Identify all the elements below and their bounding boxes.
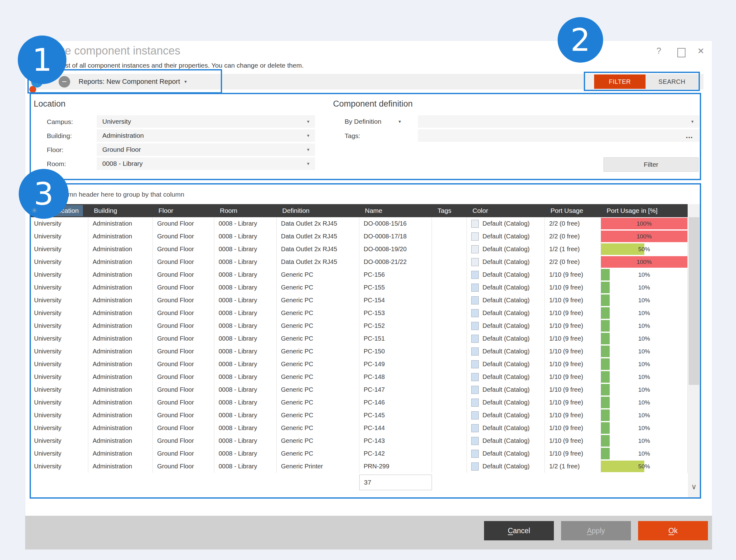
tab-search[interactable]: SEARCH	[646, 74, 698, 89]
cell-room: 0008 - Library	[214, 345, 276, 358]
cell-building: Administration	[88, 383, 153, 396]
cell-location: University	[30, 294, 88, 307]
color-swatch[interactable]	[471, 360, 479, 368]
cell-floor: Ground Floor	[153, 383, 214, 396]
cell-port_usage: 2/2 (0 free)	[545, 217, 601, 230]
ok-button[interactable]: Ok	[638, 521, 708, 540]
table-row[interactable]: UniversityAdministrationGround Floor0008…	[30, 268, 688, 281]
filter-button[interactable]: Filter	[604, 157, 699, 172]
table-row[interactable]: UniversityAdministrationGround Floor0008…	[30, 332, 688, 345]
chevron-down-icon: ▾	[184, 79, 187, 84]
color-swatch[interactable]	[471, 462, 479, 471]
table-row[interactable]: UniversityAdministrationGround Floor0008…	[30, 217, 688, 230]
cell-tags	[432, 422, 467, 434]
apply-button[interactable]: Apply	[561, 521, 631, 540]
table-row[interactable]: UniversityAdministrationGround Floor0008…	[30, 256, 688, 268]
color-swatch[interactable]	[471, 284, 479, 292]
cell-location: University	[30, 434, 88, 447]
column-header-tags[interactable]: Tags	[432, 204, 467, 217]
port-usage-percent-label: 10%	[601, 358, 687, 371]
tags-field[interactable]: …	[418, 129, 699, 142]
cell-building: Administration	[88, 396, 153, 409]
tab-filter[interactable]: FILTER	[594, 74, 646, 89]
table-row[interactable]: UniversityAdministrationGround Floor0008…	[30, 434, 688, 447]
cell-percent: 10%	[601, 319, 688, 332]
cell-definition: Generic Printer	[276, 460, 359, 473]
column-header-color[interactable]: Color	[467, 204, 545, 217]
cell-name: PC-147	[359, 383, 432, 396]
cell-tags	[432, 307, 467, 319]
color-swatch[interactable]	[471, 399, 479, 407]
port-usage-percent-label: 10%	[601, 396, 687, 409]
cell-tags	[432, 345, 467, 358]
cell-name: PC-142	[359, 447, 432, 460]
table-row[interactable]: UniversityAdministrationGround Floor0008…	[30, 358, 688, 371]
table-row[interactable]: UniversityAdministrationGround Floor0008…	[30, 319, 688, 332]
help-icon[interactable]: ?	[657, 46, 661, 56]
cell-percent: 10%	[601, 434, 688, 447]
column-header-percent[interactable]: Port Usage in [%]	[601, 204, 688, 217]
table-row[interactable]: UniversityAdministrationGround Floor0008…	[30, 409, 688, 422]
color-swatch[interactable]	[471, 373, 479, 381]
table-row[interactable]: UniversityAdministrationGround Floor0008…	[30, 294, 688, 307]
color-swatch[interactable]	[471, 386, 479, 394]
column-header-floor[interactable]: Floor	[153, 204, 214, 217]
cell-tags	[432, 281, 467, 294]
table-row[interactable]: UniversityAdministrationGround Floor0008…	[30, 383, 688, 396]
cell-floor: Ground Floor	[153, 230, 214, 243]
table-row[interactable]: UniversityAdministrationGround Floor0008…	[30, 447, 688, 460]
table-row[interactable]: UniversityAdministrationGround Floor0008…	[30, 371, 688, 383]
color-swatch[interactable]	[471, 296, 479, 304]
table-row[interactable]: UniversityAdministrationGround Floor0008…	[30, 243, 688, 256]
color-swatch[interactable]	[471, 271, 479, 279]
location-field-select[interactable]: 0008 - Library▾	[97, 157, 315, 170]
table-row[interactable]: UniversityAdministrationGround Floor0008…	[30, 460, 688, 473]
table-row[interactable]: UniversityAdministrationGround Floor0008…	[30, 396, 688, 409]
definition-select[interactable]: ▾	[418, 115, 699, 128]
color-swatch[interactable]	[471, 450, 479, 458]
column-header-name[interactable]: Name	[359, 204, 432, 217]
close-icon[interactable]: ✕	[697, 46, 705, 56]
cell-building: Administration	[88, 230, 153, 243]
table-row[interactable]: UniversityAdministrationGround Floor0008…	[30, 230, 688, 243]
column-header-port_usage[interactable]: Port Usage	[545, 204, 601, 217]
cell-percent: 10%	[601, 447, 688, 460]
table-row[interactable]: UniversityAdministrationGround Floor0008…	[30, 422, 688, 434]
cell-definition: Data Outlet 2x RJ45	[276, 243, 359, 256]
cell-percent: 10%	[601, 294, 688, 307]
column-header-definition[interactable]: Definition	[276, 204, 359, 217]
table-row[interactable]: UniversityAdministrationGround Floor0008…	[30, 281, 688, 294]
color-swatch[interactable]	[471, 220, 479, 228]
location-field-select[interactable]: Ground Floor▾	[97, 143, 315, 156]
cell-color: Default (Catalog)	[467, 371, 545, 383]
cell-building: Administration	[88, 422, 153, 434]
table-row[interactable]: UniversityAdministrationGround Floor0008…	[30, 345, 688, 358]
cancel-button[interactable]: Cancel	[484, 521, 554, 540]
maximize-icon[interactable]	[677, 48, 686, 57]
color-swatch[interactable]	[471, 424, 479, 432]
remove-button[interactable]: −	[59, 76, 70, 88]
table-row[interactable]: UniversityAdministrationGround Floor0008…	[30, 307, 688, 319]
cell-building: Administration	[88, 217, 153, 230]
location-field-select[interactable]: University▾	[97, 115, 315, 128]
color-label: Default (Catalog)	[483, 268, 530, 281]
color-swatch[interactable]	[471, 309, 479, 317]
color-swatch[interactable]	[471, 322, 479, 330]
location-field-select[interactable]: Administration▾	[97, 129, 315, 142]
color-swatch[interactable]	[471, 347, 479, 356]
color-swatch[interactable]	[471, 437, 479, 445]
color-swatch[interactable]	[471, 232, 479, 241]
color-swatch[interactable]	[471, 245, 479, 253]
scroll-down-icon[interactable]: ∨	[690, 482, 698, 491]
column-header-building[interactable]: Building	[88, 204, 153, 217]
color-swatch[interactable]	[471, 411, 479, 419]
ellipsis-browse-icon[interactable]: …	[686, 131, 694, 140]
column-header-room[interactable]: Room	[214, 204, 276, 217]
cell-color: Default (Catalog)	[467, 281, 545, 294]
reports-dropdown[interactable]: Reports: New Component Report ▾	[79, 74, 187, 89]
color-swatch[interactable]	[471, 258, 479, 266]
by-definition-dropdown[interactable]: By Definition ▾	[344, 115, 401, 128]
color-swatch[interactable]	[471, 335, 479, 343]
scrollbar-thumb[interactable]	[689, 217, 699, 385]
cell-location: University	[30, 383, 88, 396]
